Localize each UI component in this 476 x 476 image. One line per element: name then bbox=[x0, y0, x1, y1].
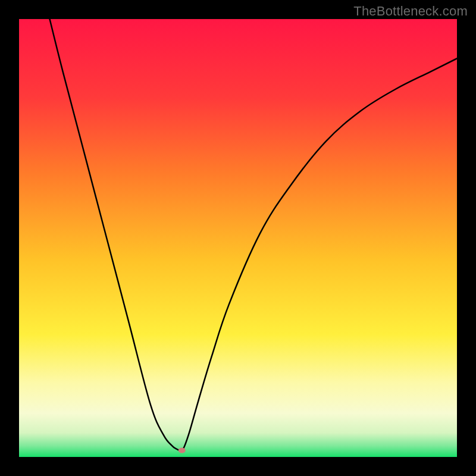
chart-frame: TheBottleneck.com bbox=[0, 0, 476, 476]
watermark-text: TheBottleneck.com bbox=[353, 4, 468, 19]
optimal-marker bbox=[178, 447, 186, 453]
chart-background bbox=[19, 19, 457, 457]
chart-svg bbox=[19, 19, 457, 457]
plot-area bbox=[19, 19, 457, 457]
